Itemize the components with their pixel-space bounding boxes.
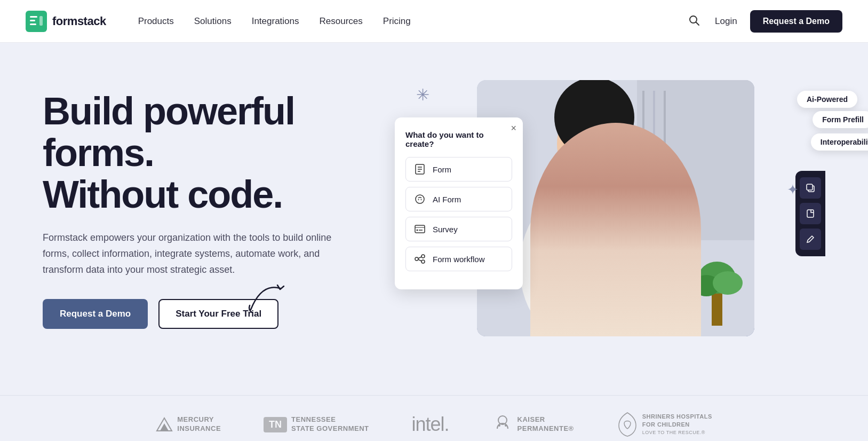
dialog-option-workflow-label: Form workflow [433, 255, 485, 264]
tennessee-text: TennesseeState Government [291, 415, 369, 434]
nav-solutions[interactable]: Solutions [194, 16, 232, 27]
sparkle-top-icon: ✳ [416, 85, 429, 104]
svg-line-36 [418, 259, 421, 261]
svg-line-6 [696, 22, 699, 26]
svg-point-43 [498, 424, 500, 427]
curl-arrow-icon [245, 278, 288, 315]
toolbar-file-button[interactable] [800, 203, 821, 224]
dialog-option-survey-label: Survey [433, 225, 458, 234]
nav-integrations[interactable]: Integrations [252, 16, 299, 27]
file-icon [806, 209, 815, 218]
svg-point-44 [505, 424, 507, 427]
svg-point-27 [418, 199, 419, 200]
hero-subtext: Formstack empowers your organization wit… [43, 230, 341, 278]
toolbar-copy-button[interactable] [800, 177, 821, 199]
nav-pricing[interactable]: Pricing [383, 16, 411, 27]
svg-rect-1 [30, 16, 37, 18]
nav-right: Login Request a Demo [686, 10, 842, 33]
dialog-option-survey[interactable]: Survey [405, 217, 512, 241]
svg-rect-39 [807, 210, 814, 217]
nav-demo-button[interactable]: Request a Demo [750, 10, 842, 33]
svg-rect-11 [664, 91, 666, 230]
dialog-option-ai-form[interactable]: AI Form [405, 187, 512, 211]
logo-intel: intel. [412, 413, 449, 436]
svg-point-33 [421, 255, 425, 258]
dialog-option-workflow[interactable]: Form workflow [405, 247, 512, 271]
shriners-icon [617, 412, 638, 437]
svg-rect-10 [653, 91, 655, 230]
workflow-icon [413, 253, 426, 265]
login-link[interactable]: Login [715, 16, 737, 27]
svg-point-26 [416, 195, 424, 203]
kaiser-icon [492, 414, 513, 435]
intel-text: intel. [412, 413, 449, 436]
search-button[interactable] [686, 12, 702, 30]
dialog-option-form[interactable]: Form [405, 157, 512, 182]
svg-point-21 [713, 271, 743, 295]
svg-rect-17 [565, 264, 666, 328]
svg-point-32 [415, 257, 418, 261]
svg-point-28 [421, 199, 422, 200]
logo-shriners: Shriners Hospitalsfor ChildrenLove to th… [617, 412, 712, 437]
tennessee-abbr: TN [264, 417, 287, 432]
navbar: formstack Products Solutions Integration… [0, 0, 868, 43]
create-dialog: × What do you want to create? Form AI Fo… [395, 117, 523, 289]
toolbar-edit-button[interactable] [800, 229, 821, 250]
logos-bar: MERCURYINSURANCE TN TennesseeState Gover… [0, 395, 868, 441]
hero-left: Build powerful forms. Without code. Form… [43, 75, 405, 329]
svg-point-14 [520, 182, 669, 336]
badge-ai-powered: Ai-Powered [797, 91, 857, 108]
headline-line1: Build powerful forms. [43, 90, 294, 174]
badge-interoperability: Interoperability [811, 133, 868, 151]
hero-buttons: Request a Demo Start Your Free Trial [43, 299, 405, 329]
svg-rect-9 [642, 91, 644, 230]
dialog-option-ai-label: AI Form [433, 195, 461, 204]
mercury-icon [156, 416, 173, 433]
svg-rect-3 [30, 23, 36, 25]
svg-rect-15 [530, 283, 701, 336]
badge-form-prefill: Form Prefill [813, 111, 868, 128]
ai-form-icon [413, 193, 426, 206]
logo-tennessee: TN TennesseeState Government [264, 415, 369, 434]
nav-products[interactable]: Products [138, 16, 174, 27]
mercury-text: MERCURYINSURANCE [177, 415, 221, 434]
copy-icon [806, 183, 815, 193]
svg-rect-29 [415, 225, 425, 233]
logo-text: formstack [52, 14, 106, 28]
nav-resources[interactable]: Resources [320, 16, 363, 27]
survey-icon [413, 223, 426, 235]
edit-icon [806, 234, 815, 244]
svg-rect-0 [26, 11, 47, 32]
hero-demo-button[interactable]: Request a Demo [43, 299, 148, 329]
svg-point-13 [554, 80, 634, 158]
search-icon [688, 14, 700, 26]
svg-rect-16 [562, 262, 669, 331]
logo-mercury: MERCURYINSURANCE [156, 415, 221, 434]
form-icon [413, 163, 426, 176]
dialog-close-button[interactable]: × [511, 123, 516, 134]
svg-point-34 [421, 260, 425, 263]
svg-rect-4 [39, 16, 43, 26]
hero-section: Build powerful forms. Without code. Form… [0, 43, 868, 395]
right-toolbar [795, 171, 825, 256]
svg-rect-2 [30, 20, 35, 21]
hero-right: ✳ ✦ [405, 75, 825, 352]
dialog-option-form-label: Form [433, 165, 451, 174]
svg-marker-41 [160, 423, 169, 431]
svg-rect-38 [807, 184, 813, 190]
logo-kaiser: KAISERPERMANENTE® [492, 414, 574, 435]
kaiser-text: KAISERPERMANENTE® [517, 415, 574, 434]
shriners-text: Shriners Hospitalsfor ChildrenLove to th… [642, 413, 712, 436]
nav-links: Products Solutions Integrations Resource… [138, 16, 665, 27]
svg-line-35 [418, 257, 421, 258]
headline-line2: Without code. [43, 173, 282, 216]
dialog-title: What do you want to create? [405, 130, 512, 148]
sparkle-right-icon: ✦ [787, 182, 799, 198]
svg-point-30 [417, 230, 418, 231]
logo[interactable]: formstack [26, 11, 106, 32]
hero-headline: Build powerful forms. Without code. [43, 91, 405, 215]
